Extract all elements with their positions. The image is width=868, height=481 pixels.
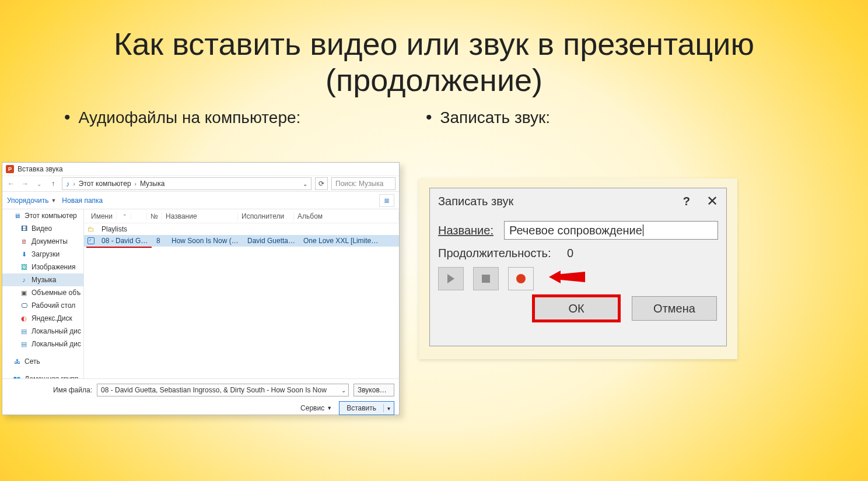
refresh-button[interactable]: ⟳ bbox=[315, 177, 328, 190]
dropdown-caret-icon: ▼ bbox=[327, 405, 332, 411]
dialog-footer: Имя файла: 08 - David Guetta, Sebastian … bbox=[2, 378, 399, 420]
col-name[interactable]: Имени⌃ bbox=[84, 212, 147, 220]
bullet-record-sound: Записать звук: bbox=[426, 108, 804, 128]
column-headers: Имени⌃ № Название Исполнители Альбом bbox=[84, 209, 399, 223]
slide-title: Как вставить видео или звук в презентаци… bbox=[0, 0, 868, 104]
nav-yadisk[interactable]: ◐Яндекс.Диск bbox=[2, 312, 83, 325]
record-dialog-body: Название: Речевое сопровождение Продолжи… bbox=[430, 214, 726, 326]
nav-images[interactable]: 🖼Изображения bbox=[2, 261, 83, 273]
sort-caret-icon: ⌃ bbox=[119, 213, 131, 219]
row-selected-audio[interactable]: 08 - David Guetta, S… 8 How Soon Is Now … bbox=[84, 235, 399, 247]
crumb-music[interactable]: Музыка bbox=[140, 180, 164, 188]
service-menu[interactable]: Сервис ▼ bbox=[300, 404, 332, 412]
breadcrumb[interactable]: ♪ › Этот компьютер › Музыка ⌄ bbox=[62, 177, 312, 190]
video-icon: 🎞 bbox=[20, 224, 28, 233]
sel-name: 08 - David Guetta, S… bbox=[98, 237, 153, 245]
close-button[interactable]: ✕ bbox=[706, 193, 718, 209]
nav-this-pc[interactable]: 🖥Этот компьютер bbox=[2, 209, 83, 222]
ok-button[interactable]: ОК bbox=[534, 296, 619, 321]
powerpoint-icon: P bbox=[6, 165, 14, 173]
help-button[interactable]: ? bbox=[683, 195, 690, 208]
filename-input[interactable]: 08 - David Guetta, Sebastian Ingrosso, &… bbox=[97, 384, 349, 396]
nav-up-button[interactable]: ↑ bbox=[48, 178, 58, 189]
nav-localdisk-2[interactable]: ▤Локальный дис bbox=[2, 338, 83, 350]
drive-icon: ▤ bbox=[20, 340, 28, 348]
highlight-underline bbox=[86, 247, 152, 248]
nav-3d[interactable]: ▣Объемные объ bbox=[2, 286, 83, 299]
documents-icon: 🗎 bbox=[20, 237, 28, 245]
nav-forward-button[interactable]: → bbox=[20, 178, 30, 189]
duration-value: 0 bbox=[567, 247, 573, 259]
navigation-pane: 🖥Этот компьютер 🎞Видео 🗎Документы ⬇Загру… bbox=[2, 209, 84, 378]
nav-homegroup[interactable]: 👥Домашняя групп bbox=[2, 373, 83, 378]
search-placeholder: Поиск: Музыка bbox=[335, 180, 383, 188]
nav-label: Этот компьютер bbox=[24, 212, 77, 220]
insert-dropdown-icon[interactable]: ▾ bbox=[384, 405, 394, 412]
new-folder-button[interactable]: Новая папка bbox=[62, 196, 103, 205]
record-controls bbox=[438, 265, 718, 296]
crumb-this-pc[interactable]: Этот компьютер bbox=[79, 180, 131, 188]
audio-file-icon bbox=[88, 237, 94, 244]
row-playlists[interactable]: 🗀 Playlists bbox=[84, 223, 399, 235]
playlists-label: Playlists bbox=[98, 225, 131, 233]
folder-icon: 🗀 bbox=[88, 225, 94, 233]
filename-label: Имя файла: bbox=[2, 386, 92, 394]
filetype-dropdown[interactable]: Звуковые файлы bbox=[354, 384, 394, 396]
name-label: Название: bbox=[438, 224, 494, 237]
objects3d-icon: ▣ bbox=[20, 289, 28, 297]
name-input[interactable]: Речевое сопровождение bbox=[504, 221, 718, 240]
annotation-arrow bbox=[549, 269, 585, 285]
stop-button[interactable] bbox=[473, 267, 499, 290]
nav-label: Локальный дис bbox=[32, 340, 81, 348]
col-artist[interactable]: Исполнители bbox=[238, 212, 294, 220]
nav-recent-button[interactable]: ⌄ bbox=[34, 178, 44, 189]
downloads-icon: ⬇ bbox=[20, 250, 28, 258]
nav-label: Музыка bbox=[32, 276, 56, 284]
slide: Как вставить видео или звук в презентаци… bbox=[0, 0, 868, 481]
nav-desktop[interactable]: 🖵Рабочий стол bbox=[2, 299, 83, 312]
sel-album: One Love XXL [Limite… bbox=[300, 237, 397, 245]
search-input[interactable]: Поиск: Музыка bbox=[331, 177, 396, 190]
nav-label: Рабочий стол bbox=[32, 301, 75, 310]
nav-docs[interactable]: 🗎Документы bbox=[2, 235, 83, 248]
record-screenshot-frame: Записать звук ? ✕ Название: Речевое сопр… bbox=[419, 178, 737, 359]
filename-value: 08 - David Guetta, Sebastian Ingrosso, &… bbox=[101, 386, 327, 394]
record-button[interactable] bbox=[508, 267, 534, 290]
record-icon bbox=[516, 274, 526, 283]
name-value: Речевое сопровождение bbox=[509, 224, 642, 237]
view-options-button[interactable]: ≣ bbox=[379, 194, 394, 207]
address-row: ← → ⌄ ↑ ♪ › Этот компьютер › Музыка ⌄ ⟳ … bbox=[2, 175, 399, 192]
stop-icon bbox=[482, 275, 490, 283]
nav-back-button[interactable]: ← bbox=[6, 178, 16, 189]
nav-video[interactable]: 🎞Видео bbox=[2, 222, 83, 235]
cancel-button[interactable]: Отмена bbox=[632, 296, 717, 321]
organize-menu[interactable]: Упорядочить ▼ bbox=[7, 196, 56, 205]
play-button[interactable] bbox=[438, 267, 464, 290]
name-row: Название: Речевое сопровождение bbox=[438, 221, 718, 240]
crumb-dropdown-icon[interactable]: ⌄ bbox=[300, 181, 310, 187]
col-album[interactable]: Альбом bbox=[294, 212, 399, 220]
ok-label: ОК bbox=[568, 302, 584, 315]
nav-label: Изображения bbox=[32, 263, 75, 271]
col-title[interactable]: Название bbox=[162, 212, 238, 220]
command-bar: Упорядочить ▼ Новая папка ≣ bbox=[2, 192, 399, 209]
yandex-disk-icon: ◐ bbox=[20, 314, 28, 322]
insert-button[interactable]: Вставить ▾ bbox=[339, 401, 394, 415]
col-num[interactable]: № bbox=[147, 212, 162, 220]
filetype-label: Звуковые файлы bbox=[358, 386, 390, 394]
file-list: Имени⌃ № Название Исполнители Альбом 🗀 P… bbox=[84, 209, 399, 378]
insert-audio-dialog: P Вставка звука ← → ⌄ ↑ ♪ › Этот компьют… bbox=[2, 162, 400, 415]
nav-music[interactable]: ♪Музыка bbox=[2, 273, 83, 286]
filename-dropdown-icon[interactable]: ⌄ bbox=[341, 387, 346, 394]
nav-label: Сеть bbox=[24, 357, 40, 366]
nav-downloads[interactable]: ⬇Загрузки bbox=[2, 248, 83, 261]
images-icon: 🖼 bbox=[20, 263, 28, 271]
nav-localdisk-1[interactable]: ▤Локальный дис bbox=[2, 325, 83, 338]
nav-network[interactable]: 🖧Сеть bbox=[2, 355, 83, 368]
dialog-body: 🖥Этот компьютер 🎞Видео 🗎Документы ⬇Загру… bbox=[2, 209, 399, 378]
nav-label: Домашняя групп bbox=[24, 375, 78, 378]
record-dialog-title: Записать звук bbox=[438, 195, 683, 208]
cancel-label: Отмена bbox=[653, 302, 695, 315]
filename-row: Имя файла: 08 - David Guetta, Sebastian … bbox=[2, 384, 394, 396]
dialog-title-text: Вставка звука bbox=[18, 165, 63, 173]
